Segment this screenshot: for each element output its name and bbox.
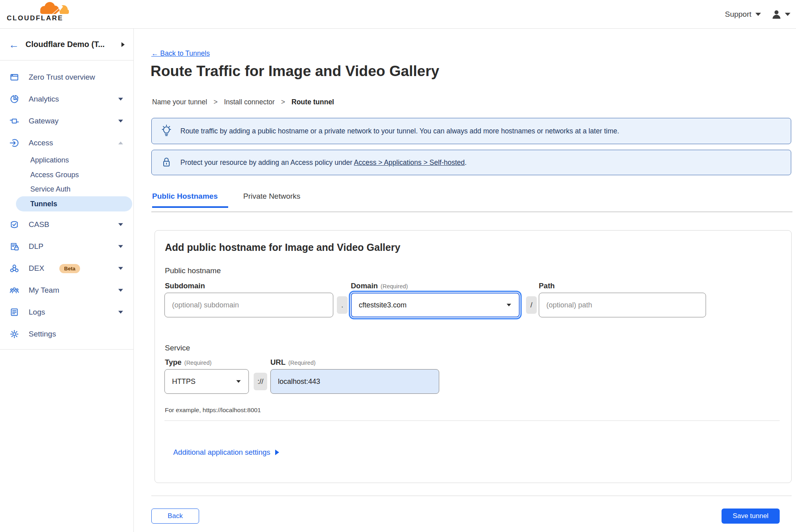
url-label: URL(Required) — [270, 358, 316, 367]
banner-text-prefix: Protect your resource by adding an Acces… — [180, 158, 352, 166]
logs-icon — [10, 307, 19, 317]
footer-divider — [151, 495, 792, 496]
sidebar: ← Cloudflare Demo (T... Zero Trust overv… — [0, 29, 134, 532]
sidebar-item-label: Applications — [30, 156, 69, 164]
tab-divider — [151, 211, 792, 212]
public-hostname-section-label: Public hostname — [165, 266, 221, 275]
domain-label-text: Domain — [351, 282, 378, 290]
card-title: Add public hostname for Image and Video … — [165, 242, 400, 253]
service-url-input[interactable] — [270, 369, 439, 394]
chevron-down-icon — [118, 289, 123, 292]
additional-settings-label: Additional application settings — [173, 448, 270, 457]
sidebar-item-access-groups[interactable]: Access Groups — [30, 168, 79, 181]
info-banner-access-policy: Protect your resource by adding an Acces… — [151, 150, 791, 175]
subdomain-input[interactable] — [164, 293, 333, 317]
banner-text: Route traffic by adding a public hostnam… — [180, 127, 619, 135]
dlp-icon — [10, 242, 19, 251]
cloudflare-zero-trust-app: CLOUDFLARE Support ← Cloudflare Demo (T.… — [0, 0, 796, 532]
chevron-down-icon — [507, 304, 511, 306]
sidebar-item-label: CASB — [29, 220, 49, 229]
chevron-down-icon — [785, 13, 790, 16]
sidebar-item-logs[interactable]: Logs — [0, 303, 134, 321]
sidebar-item-gateway[interactable]: Gateway — [0, 112, 134, 130]
sidebar-item-my-team[interactable]: My Team — [0, 282, 134, 299]
chevron-down-icon — [118, 267, 123, 270]
overview-icon — [10, 72, 19, 82]
scheme-separator: :// — [254, 373, 267, 390]
sidebar-item-label: Tunnels — [30, 200, 57, 208]
path-label: Path — [539, 282, 555, 290]
analytics-icon — [10, 94, 19, 104]
sidebar-item-dex[interactable]: DEX Beta — [0, 260, 134, 277]
sidebar-item-label: Zero Trust overview — [29, 73, 95, 82]
access-icon — [10, 138, 19, 148]
type-label: Type(Required) — [165, 358, 211, 367]
chevron-right-icon — [275, 450, 279, 455]
info-banner-route-traffic: Route traffic by adding a public hostnam… — [151, 118, 791, 144]
sidebar-item-applications[interactable]: Applications — [30, 154, 69, 166]
chevron-down-icon — [118, 120, 123, 123]
additional-application-settings-toggle[interactable]: Additional application settings — [173, 448, 279, 457]
sidebar-item-label: Service Auth — [30, 185, 70, 194]
domain-select[interactable]: cftestsite3.com — [351, 293, 520, 317]
required-tag: (Required) — [381, 283, 408, 289]
sidebar-item-casb[interactable]: CASB — [0, 216, 134, 233]
user-menu[interactable] — [771, 9, 790, 20]
path-label-text: Path — [539, 282, 555, 290]
step-separator: > — [281, 98, 285, 106]
sidebar-item-analytics[interactable]: Analytics — [0, 90, 134, 108]
sidebar-item-label: Access — [29, 139, 53, 147]
url-example-hint: For example, https://localhost:8001 — [165, 407, 261, 414]
url-label-text: URL — [270, 358, 286, 366]
sidebar-item-label: Logs — [29, 308, 45, 317]
lock-icon — [160, 156, 172, 169]
banner-text-suffix: . — [465, 158, 467, 166]
domain-label: Domain(Required) — [351, 282, 408, 290]
sidebar-item-zero-trust-overview[interactable]: Zero Trust overview — [0, 68, 134, 86]
required-tag: (Required) — [288, 360, 316, 366]
type-label-text: Type — [165, 358, 182, 366]
team-icon — [10, 286, 19, 295]
sidebar-item-label: DLP — [29, 242, 43, 251]
chevron-right-icon — [121, 42, 125, 47]
back-to-tunnels-link[interactable]: ← Back to Tunnels — [151, 49, 210, 58]
path-input[interactable] — [539, 293, 706, 317]
chevron-up-icon — [118, 142, 123, 145]
tab-public-hostnames[interactable]: Public Hostnames — [152, 192, 228, 208]
public-hostname-card: Add public hostname for Image and Video … — [155, 230, 792, 483]
sidebar-item-dlp[interactable]: DLP — [0, 238, 134, 255]
account-switcher[interactable]: ← Cloudflare Demo (T... — [0, 29, 133, 61]
sidebar-item-label: Analytics — [29, 95, 59, 104]
sidebar-item-settings[interactable]: Settings — [0, 325, 134, 343]
back-arrow-icon[interactable]: ← — [9, 39, 19, 50]
step-name-your-tunnel[interactable]: Name your tunnel — [152, 98, 207, 106]
chevron-down-icon — [236, 380, 241, 383]
access-applications-self-hosted-link[interactable]: Access > Applications > Self-hosted — [354, 158, 465, 166]
beta-badge: Beta — [59, 264, 80, 273]
dex-icon — [10, 264, 19, 273]
user-icon — [771, 9, 782, 20]
subdomain-label-text: Subdomain — [165, 282, 205, 290]
support-label: Support — [725, 10, 751, 19]
top-bar: CLOUDFLARE Support — [0, 0, 796, 29]
back-button[interactable]: Back — [151, 509, 199, 524]
sidebar-item-label: Settings — [29, 330, 56, 338]
domain-select-value: cftestsite3.com — [359, 301, 407, 309]
sidebar-item-label: My Team — [29, 286, 59, 295]
wizard-steps: Name your tunnel > Install connector > R… — [152, 98, 334, 106]
cloudflare-logo[interactable]: CLOUDFLARE — [6, 1, 70, 27]
support-menu[interactable]: Support — [725, 10, 761, 19]
page-title: Route Traffic for Image and Video Galler… — [151, 63, 439, 80]
save-tunnel-button[interactable]: Save tunnel — [722, 509, 780, 524]
logo-wordmark: CLOUDFLARE — [7, 14, 63, 22]
service-type-select[interactable]: HTTPS — [164, 369, 249, 394]
subdomain-label: Subdomain — [165, 282, 205, 290]
sidebar-item-tunnels-active[interactable]: Tunnels — [16, 196, 132, 211]
tab-private-networks[interactable]: Private Networks — [243, 192, 301, 208]
sidebar-item-access[interactable]: Access — [0, 134, 134, 152]
casb-icon — [10, 220, 19, 229]
slash-separator: / — [526, 296, 537, 314]
sidebar-item-service-auth[interactable]: Service Auth — [30, 183, 70, 196]
step-install-connector[interactable]: Install connector — [224, 98, 274, 106]
dot-separator: . — [337, 296, 348, 314]
